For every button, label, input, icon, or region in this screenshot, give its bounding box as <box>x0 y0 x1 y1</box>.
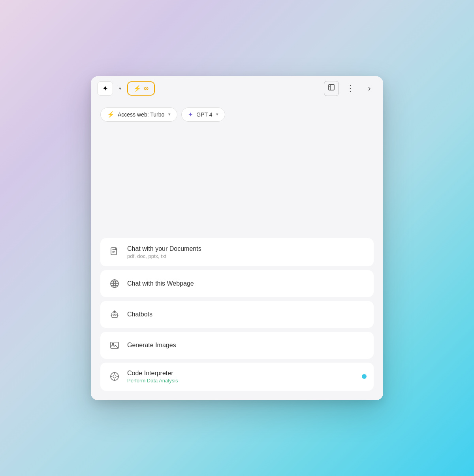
chatbots-text: Chatbots <box>127 311 152 318</box>
forward-icon: › <box>368 83 371 94</box>
robot-icon <box>108 308 121 321</box>
images-text: Generate Images <box>127 342 176 349</box>
globe-icon <box>108 277 121 290</box>
chevron-button[interactable]: ▾ <box>115 81 126 96</box>
svg-rect-3 <box>112 313 117 318</box>
toolbar-right: ⋮ › <box>324 81 377 96</box>
turbo-button[interactable]: ⚡ ∞ <box>127 81 155 96</box>
code-subtitle: Perform Data Analysis <box>127 378 178 384</box>
code-text: Code Interpreter Perform Data Analysis <box>127 370 178 384</box>
svg-rect-4 <box>113 314 114 315</box>
notification-dot <box>362 374 367 379</box>
menu-item-chatbots[interactable]: Chatbots <box>100 301 374 328</box>
toolbar-left: ✦ ▾ ⚡ ∞ <box>97 81 155 96</box>
lightning-icon: ⚡ <box>134 85 141 92</box>
more-button[interactable]: ⋮ <box>343 81 358 96</box>
main-content: Chat with your Documents pdf, doc, pptx,… <box>91 126 383 400</box>
svg-rect-0 <box>329 85 334 90</box>
more-icon: ⋮ <box>346 83 355 94</box>
gpt-chevron-icon: ▾ <box>216 112 218 117</box>
logo-icon: ✦ <box>102 84 108 93</box>
menu-item-documents[interactable]: Chat with your Documents pdf, doc, pptx,… <box>100 238 374 266</box>
web-chevron-icon: ▾ <box>168 112 171 117</box>
infinity-icon: ∞ <box>144 85 149 92</box>
image-icon <box>108 339 121 352</box>
sparkle-icon: ✦ <box>188 111 193 118</box>
menu-item-code[interactable]: Code Interpreter Perform Data Analysis <box>100 363 374 391</box>
menu-item-images[interactable]: Generate Images <box>100 332 374 359</box>
menu-item-webpage[interactable]: Chat with this Webpage <box>100 270 374 297</box>
document-icon <box>108 246 121 258</box>
documents-title: Chat with your Documents <box>127 245 201 252</box>
forward-button[interactable]: › <box>362 81 377 96</box>
webpage-title: Chat with this Webpage <box>127 280 194 287</box>
svg-point-10 <box>113 375 116 378</box>
app-window: ✦ ▾ ⚡ ∞ ⋮ › <box>91 76 383 400</box>
webpage-text: Chat with this Webpage <box>127 280 194 287</box>
code-interpreter-icon <box>108 370 121 383</box>
spacer <box>100 134 374 238</box>
documents-text: Chat with your Documents pdf, doc, pptx,… <box>127 245 201 259</box>
lightning-small-icon: ⚡ <box>107 111 115 118</box>
code-title: Code Interpreter <box>127 370 178 377</box>
chatbots-title: Chatbots <box>127 311 152 318</box>
documents-subtitle: pdf, doc, pptx, txt <box>127 253 201 259</box>
web-selector[interactable]: ⚡ Access web: Turbo ▾ <box>100 107 177 122</box>
expand-icon <box>327 83 335 93</box>
menu-list: Chat with your Documents pdf, doc, pptx,… <box>100 238 374 391</box>
gpt-selector-label: GPT 4 <box>196 111 212 118</box>
svg-rect-5 <box>115 314 116 315</box>
images-title: Generate Images <box>127 342 176 349</box>
web-selector-label: Access web: Turbo <box>118 111 164 118</box>
logo-button[interactable]: ✦ <box>97 81 113 96</box>
toolbar: ✦ ▾ ⚡ ∞ ⋮ › <box>91 76 383 101</box>
chevron-down-icon: ▾ <box>119 86 121 91</box>
selector-row: ⚡ Access web: Turbo ▾ ✦ GPT 4 ▾ <box>91 101 383 126</box>
gpt-selector[interactable]: ✦ GPT 4 ▾ <box>181 107 225 122</box>
expand-button[interactable] <box>324 81 339 96</box>
